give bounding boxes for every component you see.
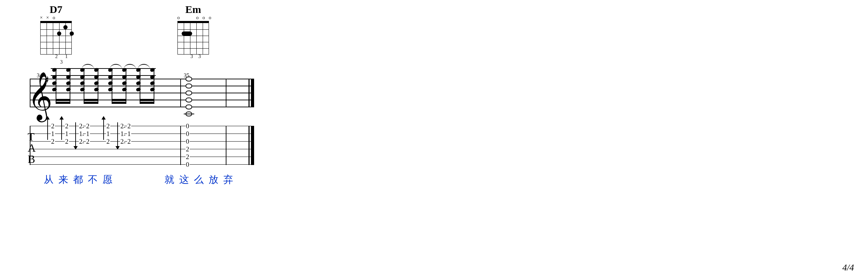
fret-number: 2 xyxy=(106,124,110,129)
chord-fingers-d7: 2 1 3 xyxy=(54,54,72,65)
fret-number: 2 xyxy=(86,139,90,144)
fret-number: 2 xyxy=(186,155,190,159)
chord-name-em: Em xyxy=(177,3,209,15)
strum-arrow-down xyxy=(75,122,76,147)
tab-staff: T A B 2 1 2 2 1 2 2 1 2 2 1 2 2 1 xyxy=(30,126,254,164)
chord-diagram-d7: × × o xyxy=(40,15,72,54)
fret-number: 2 xyxy=(65,124,69,129)
fret-number: 2 xyxy=(127,139,131,144)
fret-number: 1 xyxy=(65,131,69,136)
fret-number: 0 xyxy=(186,124,190,129)
final-barline xyxy=(248,79,254,107)
tab-label-b: B xyxy=(28,154,35,164)
fret-number: 2 xyxy=(127,124,131,129)
chord-diagram-em: o o o o xyxy=(177,15,209,54)
chord-fingers-em: 3 3 xyxy=(184,54,209,59)
strum-arrow-down xyxy=(117,122,118,147)
fret-number: 0 xyxy=(186,139,190,144)
strum-arrow-up xyxy=(61,119,62,140)
chord-block-d7: D7 × × o 2 1 3 xyxy=(40,3,72,65)
tab-label-a: A xyxy=(28,143,36,153)
chord-name-d7: D7 xyxy=(40,3,72,15)
lyrics-line-1: 从来都不愿 xyxy=(44,173,117,186)
fret-number: 1 xyxy=(106,131,110,136)
fret-number: 2 xyxy=(106,139,110,144)
fret-number: 0 xyxy=(186,162,190,167)
fret-number: 2 xyxy=(51,124,55,129)
fret-number: 1 xyxy=(86,131,90,136)
chord-block-em: Em o o o o 3 3 xyxy=(177,3,209,59)
fret-number: 0 xyxy=(186,131,190,136)
fret-number: 2 xyxy=(186,147,190,152)
fret-number: 1 xyxy=(51,131,55,136)
fret-number: 2 xyxy=(86,124,90,129)
lyrics-line-2: 就这么放弃 xyxy=(164,173,238,186)
standard-staff: 34 35 𝄞 ♯ xyxy=(30,79,254,107)
fret-number: 2 xyxy=(51,139,55,144)
strum-arrow-up xyxy=(103,119,104,140)
fret-number: 1 xyxy=(127,131,131,136)
tab-label-t: T xyxy=(28,131,35,142)
fret-number: 2 xyxy=(65,139,69,144)
strum-arrow-up xyxy=(47,119,48,140)
page-number: 4/4 xyxy=(842,263,854,273)
